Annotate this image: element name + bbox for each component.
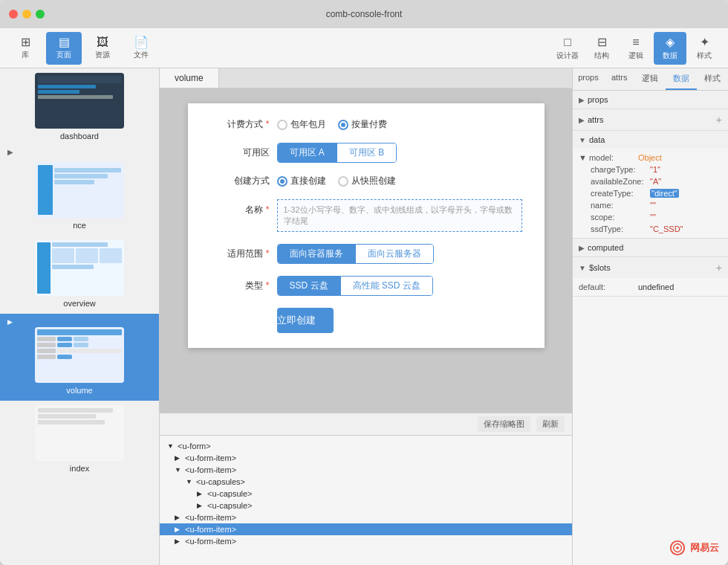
right-btn-designer[interactable]: □ 设计器	[551, 32, 584, 65]
netease-logo: 网易云	[669, 540, 719, 556]
preview-canvas: 计费方式 * 包年包月 按量付费	[188, 103, 545, 348]
type-label: 类型 *	[210, 280, 270, 292]
right-tab-style[interactable]: 样式	[697, 68, 728, 90]
netease-label: 网易云	[690, 541, 719, 555]
tree-u-capsule-1[interactable]: ▶ <u-capsule>	[160, 488, 572, 500]
create-method-row: 创建方式 直接创建 从快照创建	[210, 175, 522, 187]
right-tab-attrs[interactable]: attrs	[604, 68, 635, 90]
main-layout: dashboard ▶	[0, 68, 728, 565]
slots-add-btn[interactable]: +	[716, 262, 722, 274]
tree-u-capsules[interactable]: ▼ <u-capsules>	[160, 476, 572, 488]
lib-icon: ⊞	[21, 36, 30, 48]
tree-u-form-item-4[interactable]: ▶ <u-form-item>	[160, 523, 572, 535]
sidebar-item-dashboard[interactable]: dashboard	[0, 68, 159, 146]
props-chevron: ▶	[579, 96, 585, 104]
tree-u-capsule-2[interactable]: ▶ <u-capsule>	[160, 500, 572, 511]
index-thumb	[35, 405, 124, 461]
sidebar-item-overview[interactable]: overview	[0, 236, 159, 314]
sidebar-item-nce[interactable]: nce	[0, 158, 159, 236]
preview-area[interactable]: 计费方式 * 包年包月 按量付费	[160, 88, 572, 413]
window-title: comb-console-front	[326, 9, 403, 19]
billing-row: 计费方式 * 包年包月 按量付费	[210, 118, 522, 131]
capsule-2-chevron: ▶	[197, 502, 204, 509]
create-method-radio-group: 直接创建 从快照创建	[277, 175, 396, 187]
tree-u-form-item-1[interactable]: ▶ <u-form-item>	[160, 452, 572, 464]
name-field-row: name: ""	[591, 199, 722, 211]
form-item-2-chevron: ▼	[175, 466, 182, 474]
slots-section-content: default: undefined	[573, 278, 728, 296]
form-item-5-chevron: ▶	[175, 537, 182, 545]
snapshot-radio	[338, 176, 348, 187]
type-high-ssd-btn[interactable]: 高性能 SSD 云盘	[340, 277, 432, 295]
scope-cloud-btn[interactable]: 面向云服务器	[355, 245, 433, 263]
create-from-snapshot[interactable]: 从快照创建	[338, 175, 396, 187]
scope-container-btn[interactable]: 面向容器服务	[278, 245, 355, 263]
slots-section-header[interactable]: ▼ $slots +	[573, 257, 728, 278]
u-form-chevron: ▼	[167, 442, 175, 450]
refresh-btn[interactable]: 刷新	[536, 416, 565, 432]
nce-expand[interactable]: ▶	[0, 146, 159, 158]
props-section-header[interactable]: ▶ props	[573, 91, 728, 109]
attrs-chevron: ▶	[579, 116, 585, 124]
computed-section-header[interactable]: ▶ computed	[573, 239, 728, 256]
type-ssd-btn[interactable]: SSD 云盘	[278, 277, 340, 295]
right-btn-structure[interactable]: ⊟ 结构	[585, 32, 618, 65]
attrs-section-header[interactable]: ▶ attrs +	[573, 109, 728, 130]
zone-a-btn[interactable]: 可用区 A	[278, 143, 337, 162]
toolbar-resource-label: 资源	[95, 50, 110, 60]
billing-annual[interactable]: 包年包月	[277, 118, 326, 131]
tree-u-form-item-3[interactable]: ▶ <u-form-item>	[160, 511, 572, 523]
data-section: ▼ data ▼ model: Object chargeType: "1"	[573, 131, 728, 239]
tree-actions: 保存缩略图 刷新	[160, 413, 572, 435]
tree-u-form-item-5[interactable]: ▶ <u-form-item>	[160, 535, 572, 547]
code-tree: ▼ <u-form> ▶ <u-form-item> ▼ <u-form-ite…	[160, 435, 572, 565]
create-direct[interactable]: 直接创建	[277, 175, 326, 187]
tab-bar: volume	[160, 68, 572, 88]
model-type: Object	[638, 153, 662, 162]
billing-pay[interactable]: 按量付费	[338, 118, 387, 131]
save-thumb-btn[interactable]: 保存缩略图	[478, 416, 530, 432]
type-capsule-group: SSD 云盘 高性能 SSD 云盘	[277, 276, 433, 296]
computed-section: ▶ computed	[573, 239, 728, 257]
right-btn-logic[interactable]: ≡ 逻辑	[620, 32, 652, 65]
attrs-add-btn[interactable]: +	[716, 114, 722, 126]
toolbar-page[interactable]: ▤ 页面	[46, 32, 82, 65]
page-icon: ▤	[59, 36, 70, 48]
direct-radio	[277, 176, 287, 187]
name-label: 名称 *	[210, 199, 270, 216]
data-section-header[interactable]: ▼ data	[573, 131, 728, 149]
computed-chevron: ▶	[579, 244, 585, 252]
toolbar-file[interactable]: 📄 文件	[123, 32, 159, 65]
traffic-lights	[9, 10, 45, 19]
slots-chevron: ▼	[579, 264, 586, 272]
capsule-1-chevron: ▶	[197, 490, 204, 497]
tree-u-form-item-2[interactable]: ▼ <u-form-item>	[160, 464, 572, 476]
nce-thumb	[35, 162, 124, 218]
right-btn-data[interactable]: ◈ 数据	[654, 32, 686, 65]
right-tab-props[interactable]: props	[573, 68, 604, 90]
tree-u-form[interactable]: ▼ <u-form>	[160, 440, 572, 452]
form-item-3-chevron: ▶	[175, 514, 182, 521]
minimize-button[interactable]	[22, 10, 31, 19]
submit-row: 立即创建	[210, 308, 522, 333]
right-tab-data[interactable]: 数据	[666, 68, 697, 90]
create-type-key: createType:	[591, 189, 650, 198]
toolbar-resource[interactable]: 🖼 资源	[85, 32, 120, 65]
right-tab-logic[interactable]: 逻辑	[635, 68, 666, 90]
scope-field-key: scope:	[591, 213, 650, 222]
zone-b-btn[interactable]: 可用区 B	[337, 143, 396, 162]
toolbar-lib[interactable]: ⊞ 库	[7, 32, 43, 65]
zone-row: 可用区 可用区 A 可用区 B	[210, 143, 522, 163]
tab-volume[interactable]: volume	[160, 68, 219, 88]
name-input[interactable]: 1-32位小写字母、数字、或中划线组成，以字母开头，字母或数字结尾	[277, 199, 522, 232]
maximize-button[interactable]	[36, 10, 45, 19]
right-btn-style[interactable]: ✦ 样式	[688, 32, 721, 65]
sidebar-item-index[interactable]: index	[0, 401, 159, 479]
attrs-section: ▶ attrs +	[573, 109, 728, 131]
submit-button[interactable]: 立即创建	[277, 308, 334, 333]
model-fields: chargeType: "1" availableZone: "A" creat…	[579, 164, 722, 235]
volume-label: volume	[66, 386, 92, 395]
sidebar-item-volume[interactable]: ▶	[0, 314, 159, 401]
name-field-key: name:	[591, 201, 650, 210]
close-button[interactable]	[9, 10, 18, 19]
